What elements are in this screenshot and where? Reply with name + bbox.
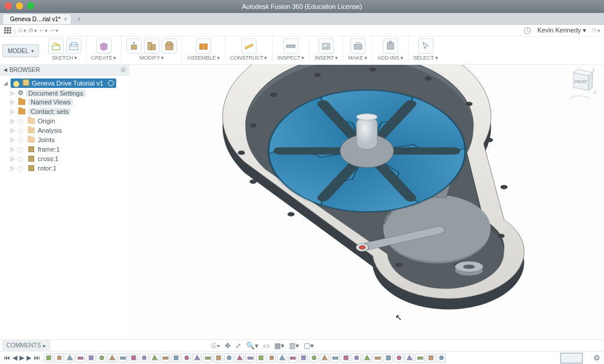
- look-at-button[interactable]: ▭: [263, 342, 270, 350]
- insert-button[interactable]: [319, 38, 334, 54]
- tree-item[interactable]: ▷ Named Views: [1, 97, 129, 107]
- ribbon-group-label[interactable]: CREATE: [91, 55, 117, 61]
- job-status-icon[interactable]: [523, 27, 531, 35]
- pin-icon[interactable]: ⦿: [120, 67, 126, 73]
- new-tab-button[interactable]: ＋: [74, 14, 84, 24]
- timeline-feature[interactable]: [97, 353, 106, 363]
- timeline-feature[interactable]: [277, 353, 287, 363]
- timeline-feature[interactable]: [256, 353, 265, 363]
- timeline-feature[interactable]: [76, 353, 85, 363]
- ribbon-group-label[interactable]: SKETCH: [52, 55, 78, 61]
- tree-item[interactable]: ▷⚙ Document Settings: [1, 88, 129, 97]
- help-menu-button[interactable]: ?: [592, 27, 600, 35]
- viewport-canvas[interactable]: FRONT z x: [130, 65, 604, 339]
- timeline-settings-button[interactable]: ⚙: [593, 353, 600, 362]
- select-button[interactable]: [418, 38, 434, 54]
- timeline-feature[interactable]: [203, 353, 212, 363]
- timeline-feature[interactable]: [182, 353, 191, 363]
- timeline-feature[interactable]: [118, 353, 127, 363]
- timeline-feature[interactable]: [171, 353, 180, 363]
- close-window-button[interactable]: [5, 2, 12, 9]
- timeline-feature[interactable]: [150, 353, 159, 363]
- ribbon-group-label[interactable]: MODIFY: [139, 55, 164, 61]
- timeline-feature[interactable]: [129, 353, 138, 363]
- ribbon-group-label[interactable]: INSPECT: [277, 55, 304, 61]
- tree-item[interactable]: ▷◌ cross:1: [1, 154, 129, 163]
- minimize-window-button[interactable]: [16, 2, 23, 9]
- viewport-menu[interactable]: ▢▾: [304, 342, 314, 350]
- comments-panel-toggle[interactable]: COMMENTS ▸: [2, 340, 50, 350]
- timeline-feature[interactable]: [160, 353, 170, 363]
- browser-panel-header[interactable]: ◀ BROWSER ⦿: [0, 65, 130, 76]
- modify-tool-button[interactable]: [144, 38, 159, 54]
- zoom-window-button[interactable]: 🔍▾: [246, 342, 258, 350]
- lightbulb-icon[interactable]: ◌: [18, 146, 25, 153]
- timeline-feature[interactable]: [341, 353, 350, 363]
- make-button[interactable]: [350, 38, 366, 54]
- lightbulb-icon[interactable]: ◌: [18, 156, 25, 162]
- file-menu-button[interactable]: [18, 27, 27, 35]
- workspace-switcher[interactable]: MODEL▾: [2, 44, 39, 57]
- create-sketch-button[interactable]: [48, 38, 64, 54]
- joint-button[interactable]: [196, 38, 211, 54]
- timeline-track[interactable]: [44, 353, 590, 363]
- lightbulb-icon[interactable]: ⬤: [13, 80, 20, 87]
- grid-menu[interactable]: ▥▾: [289, 342, 299, 350]
- timeline-end-button[interactable]: ⏭: [34, 354, 40, 362]
- ribbon-group-label[interactable]: ADD-INS: [378, 55, 403, 61]
- timeline-feature[interactable]: [288, 353, 297, 363]
- timeline-feature[interactable]: [214, 353, 223, 363]
- undo-button[interactable]: [40, 27, 48, 35]
- timeline-play-button[interactable]: ▶: [19, 354, 24, 362]
- timeline-feature[interactable]: [373, 353, 382, 363]
- timeline-step-back-button[interactable]: ◀: [12, 354, 17, 362]
- lightbulb-icon[interactable]: ◌: [18, 127, 25, 134]
- timeline-feature[interactable]: [267, 353, 276, 363]
- ribbon-group-label[interactable]: MAKE: [348, 55, 367, 61]
- measure-button[interactable]: [283, 38, 298, 54]
- ribbon-group-label[interactable]: ASSEMBLE: [187, 55, 220, 61]
- addins-button[interactable]: [383, 38, 398, 54]
- tree-item[interactable]: ▷◌ Joints: [1, 135, 129, 145]
- activate-radio[interactable]: [108, 80, 114, 86]
- timeline-feature[interactable]: [362, 353, 372, 363]
- tree-item[interactable]: ▷◌ Analysis: [1, 126, 129, 135]
- tree-item[interactable]: ▷ Contact: sets: [1, 107, 129, 116]
- ribbon-group-label[interactable]: SELECT: [413, 55, 438, 61]
- timeline-feature[interactable]: [309, 353, 319, 363]
- timeline-feature[interactable]: [394, 353, 403, 363]
- document-tab[interactable]: Geneva D…rial v1* ×: [2, 14, 71, 24]
- sketch-tool-button[interactable]: [66, 38, 81, 54]
- maximize-window-button[interactable]: [27, 2, 34, 9]
- timeline-feature[interactable]: [107, 353, 117, 363]
- timeline-feature[interactable]: [426, 353, 435, 363]
- timeline-feature[interactable]: [383, 353, 393, 363]
- timeline-feature[interactable]: [235, 353, 244, 363]
- lightbulb-icon[interactable]: ◌: [18, 165, 25, 172]
- user-menu[interactable]: Kevin Kennedy ▾: [537, 27, 586, 34]
- timeline-feature[interactable]: [415, 353, 425, 363]
- data-panel-button[interactable]: [4, 27, 12, 35]
- timeline-feature[interactable]: [330, 353, 340, 363]
- timeline-scrubber[interactable]: [560, 353, 583, 363]
- zoom-button[interactable]: ⤢: [235, 342, 241, 350]
- tree-item[interactable]: ▷◌ rotor:1: [1, 163, 129, 173]
- lightbulb-icon[interactable]: ◌: [18, 137, 25, 143]
- tree-item[interactable]: ▷◌ frame:1: [1, 145, 129, 154]
- timeline-feature[interactable]: [139, 353, 149, 363]
- timeline-start-button[interactable]: ⏮: [4, 354, 10, 362]
- ribbon-group-label[interactable]: INSERT: [314, 55, 338, 61]
- tree-root-row[interactable]: ◢ ⬤ Geneva Drive Tutorial v1: [1, 78, 129, 88]
- timeline-feature[interactable]: [224, 353, 234, 363]
- timeline-feature[interactable]: [86, 353, 96, 363]
- redo-button[interactable]: [50, 27, 58, 35]
- timeline-feature[interactable]: [352, 353, 361, 363]
- timeline-step-fwd-button[interactable]: ▶: [27, 354, 31, 362]
- ribbon-group-label[interactable]: CONSTRUCT: [230, 55, 268, 61]
- timeline-feature[interactable]: [245, 353, 255, 363]
- lightbulb-icon[interactable]: ◌: [18, 118, 25, 124]
- timeline-feature[interactable]: [298, 353, 308, 363]
- close-tab-button[interactable]: ×: [64, 16, 68, 22]
- viewcube[interactable]: FRONT z x: [564, 67, 596, 99]
- timeline-feature[interactable]: [65, 353, 74, 363]
